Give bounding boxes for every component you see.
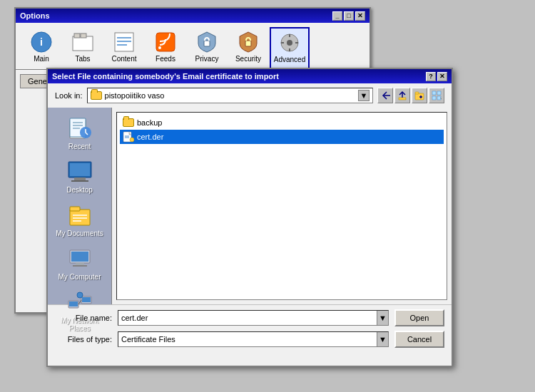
- desktop-icon: [67, 159, 93, 185]
- svg-point-51: [77, 292, 83, 298]
- svg-rect-48: [69, 301, 78, 306]
- svg-rect-24: [432, 91, 436, 95]
- fd-main-area: Recent Desktop: [48, 108, 452, 304]
- view-button[interactable]: [429, 88, 444, 103]
- svg-rect-35: [70, 163, 90, 176]
- svg-rect-12: [245, 41, 251, 46]
- filetype-dropdown-arrow[interactable]: ▼: [377, 332, 388, 346]
- svg-rect-25: [437, 91, 441, 95]
- file-item-name: cert.der: [137, 133, 163, 141]
- file-dialog-title: Select File containing somebody's Email …: [52, 72, 279, 81]
- svg-rect-37: [71, 180, 88, 182]
- tabs-icon: [71, 31, 94, 53]
- toolbar-item-advanced[interactable]: Advanced: [270, 27, 310, 69]
- sidebar-item-desktop[interactable]: Desktop: [51, 155, 108, 197]
- my-documents-label: My Documents: [56, 229, 103, 237]
- svg-point-55: [130, 138, 134, 142]
- security-label: Security: [235, 55, 261, 63]
- svg-text:i: i: [40, 36, 43, 48]
- toolbar-item-content[interactable]: Content: [104, 27, 144, 69]
- open-button[interactable]: Open: [394, 309, 444, 326]
- folder-icon: [123, 117, 134, 128]
- svg-rect-50: [82, 297, 91, 302]
- sidebar-item-my-documents[interactable]: My Documents: [51, 199, 108, 241]
- svg-rect-19: [399, 98, 406, 100]
- lookin-bar: Look in: pistopoiitiko vaso ▼: [48, 83, 452, 108]
- sidebar-item-recent[interactable]: Recent: [51, 112, 108, 154]
- filetype-label: Files of type:: [55, 335, 112, 344]
- svg-rect-44: [71, 252, 88, 262]
- filetype-input[interactable]: [118, 332, 377, 346]
- sidebar-item-my-network-places[interactable]: My Network Places: [51, 286, 108, 336]
- list-item[interactable]: backup: [120, 115, 444, 130]
- filename-input-wrapper: ▼: [118, 310, 389, 326]
- options-titlebar-controls: _ □ ✕: [332, 11, 365, 21]
- toolbar-item-feeds[interactable]: Feeds: [146, 27, 185, 69]
- nav-buttons: [377, 88, 444, 103]
- recent-label: Recent: [68, 143, 91, 150]
- lookin-value: pistopoiitiko vaso: [105, 91, 355, 100]
- filename-row: File name: ▼ Open: [55, 309, 444, 326]
- fd-sidebar: Recent Desktop: [48, 108, 112, 304]
- file-dialog-titlebar: Select File containing somebody's Email …: [48, 69, 452, 83]
- my-computer-label: My Computer: [58, 273, 101, 281]
- feeds-icon: [154, 31, 177, 53]
- svg-rect-26: [432, 96, 436, 100]
- filename-input[interactable]: [118, 311, 377, 325]
- fd-close-button[interactable]: ✕: [437, 72, 447, 81]
- svg-rect-38: [70, 210, 90, 225]
- close-button[interactable]: ✕: [355, 11, 365, 21]
- svg-rect-36: [74, 177, 86, 180]
- svg-rect-11: [204, 41, 210, 46]
- advanced-label: Advanced: [274, 56, 305, 63]
- fd-filelist[interactable]: backup cert.der: [116, 112, 447, 300]
- options-toolbar: i Main Tabs: [16, 23, 370, 70]
- advanced-icon: [278, 31, 301, 54]
- main-label: Main: [34, 55, 49, 63]
- options-title: Options: [20, 11, 50, 20]
- up-folder-button[interactable]: [394, 88, 410, 103]
- toolbar-item-security[interactable]: Security: [228, 27, 268, 69]
- new-folder-button[interactable]: [412, 88, 427, 103]
- toolbar-item-privacy[interactable]: Privacy: [187, 27, 227, 69]
- svg-rect-4: [81, 33, 86, 38]
- list-item[interactable]: cert.der: [120, 130, 444, 144]
- my-network-places-icon: [67, 289, 93, 315]
- content-label: Content: [111, 55, 136, 63]
- svg-point-14: [287, 40, 292, 46]
- privacy-icon: [195, 31, 218, 53]
- cancel-button[interactable]: Cancel: [394, 331, 444, 348]
- lookin-arrow[interactable]: ▼: [358, 90, 370, 101]
- svg-rect-3: [74, 33, 80, 38]
- my-documents-icon: [67, 202, 93, 228]
- filetype-input-wrapper: ▼: [118, 331, 389, 347]
- folder-icon: [91, 91, 102, 100]
- svg-rect-2: [73, 36, 93, 51]
- minimize-button[interactable]: _: [332, 11, 342, 21]
- fd-titlebar-controls: ? ✕: [426, 72, 447, 81]
- feeds-label: Feeds: [156, 55, 175, 63]
- toolbar-item-tabs[interactable]: Tabs: [63, 27, 103, 69]
- svg-rect-21: [415, 92, 419, 94]
- fd-bottom-bar: File name: ▼ Open Files of type: ▼ Cance…: [48, 304, 452, 356]
- filetype-row: Files of type: ▼ Cancel: [55, 331, 444, 348]
- toolbar-item-main[interactable]: i Main: [21, 27, 61, 69]
- svg-rect-39: [70, 207, 80, 211]
- svg-point-10: [158, 46, 161, 49]
- back-button[interactable]: [377, 88, 393, 103]
- file-dialog: Select File containing somebody's Email …: [46, 68, 453, 367]
- recent-icon: [67, 115, 93, 141]
- filename-dropdown-arrow[interactable]: ▼: [377, 311, 388, 325]
- fd-help-button[interactable]: ?: [426, 72, 436, 81]
- main-icon: i: [30, 31, 53, 53]
- sidebar-item-my-computer[interactable]: My Computer: [51, 242, 108, 284]
- lookin-label: Look in:: [55, 91, 83, 100]
- my-computer-icon: [67, 246, 93, 272]
- maximize-button[interactable]: □: [344, 11, 354, 21]
- options-titlebar: Options _ □ ✕: [16, 9, 370, 23]
- lookin-dropdown[interactable]: pistopoiitiko vaso ▼: [87, 88, 373, 103]
- privacy-label: Privacy: [195, 55, 219, 63]
- certificate-icon: [123, 131, 134, 143]
- content-icon: [113, 31, 136, 53]
- desktop-label: Desktop: [66, 186, 93, 194]
